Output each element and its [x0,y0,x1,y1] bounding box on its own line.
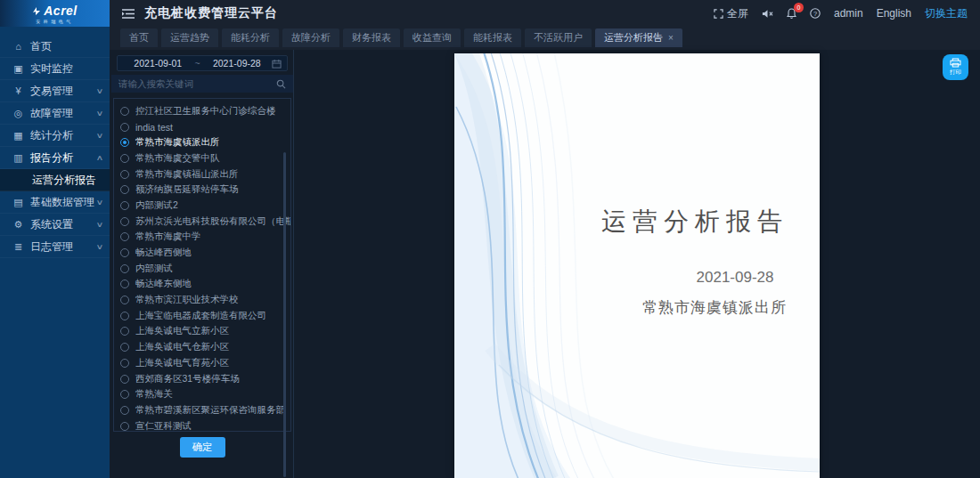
site-label: 畅达峰西侧地 [135,247,192,259]
tab-close-icon[interactable]: × [668,33,674,43]
radio-icon [120,406,129,415]
site-filter-panel: 2021-09-01 ~ 2021-09-28 控江社区卫生服务中心门诊综合楼 [111,50,294,478]
sidebar-item-label: 首页 [30,39,102,54]
site-radio-option[interactable]: 控江社区卫生服务中心门诊综合楼 [120,103,290,119]
radio-icon [120,327,129,336]
sidebar-item[interactable]: ◎ 故障管理 ∨ [0,102,110,125]
site-radio-option[interactable]: 常熟市滨江职业技术学校 [120,292,290,308]
confirm-row: 确定 [111,437,293,458]
site-radio-option[interactable]: 西郊商务区31号楼停车场 [120,371,290,387]
site-radio-option[interactable]: 常熟市海虞交警中队 [120,150,290,166]
tab[interactable]: 不活跃用户 [525,28,592,47]
header: 充电桩收费管理云平台 全屏 0 ? admi [110,0,980,27]
sidebar-item-label: 故障管理 [30,106,97,121]
radio-icon [120,185,129,194]
site-radio-option[interactable]: 上海奂诚电气育苑小区 [120,355,290,371]
notifications-button[interactable]: 0 [787,8,796,19]
site-radio-option[interactable]: 常熟市海虞中学 [120,230,290,246]
tab[interactable]: 财务报表 [343,28,400,47]
sidebar-item[interactable]: ▥ 报告分析 ∧ [0,147,110,169]
radio-icon [120,375,129,384]
tab[interactable]: 能耗报表 [464,28,521,47]
site-radio-option[interactable]: 内部测试2 [120,198,290,214]
tab[interactable]: 运营趋势 [161,28,218,47]
sidebar-item[interactable]: ⌂ 首页 [0,36,110,58]
site-label: 苏州京浜光电科技股份有限公司（电瓶车） [135,215,291,228]
site-label: 畅达峰东侧地 [135,278,192,290]
mute-icon[interactable] [762,9,773,19]
site-radio-option[interactable]: 常熟海关 [120,386,290,402]
site-radio-option[interactable]: 常熟市碧溪新区聚运环保咨询服务部 [120,402,290,418]
collapse-menu-icon[interactable] [122,9,135,19]
search-icon[interactable] [276,79,286,89]
sidebar-item[interactable]: ⚙ 系统设置 ∨ [0,214,110,236]
sidebar-item[interactable]: ▣ 实时监控 [0,58,110,80]
radio-icon [120,154,129,163]
help-icon: ? [810,8,821,19]
site-label: 常熟市滨江职业技术学校 [135,294,239,306]
site-label: 额济纳旗居延驿站停车场 [135,183,239,196]
header-actions: 全屏 0 ? admin English 切换主题 [714,6,968,21]
radio-icon [120,390,129,399]
svg-text:?: ? [813,10,817,18]
sidebar-item[interactable]: ▤ 基础数据管理 ∨ [0,191,110,214]
site-label: 常熟市海虞交警中队 [135,152,220,165]
theme-switch-link[interactable]: 切换主题 [925,6,968,21]
site-radio-option[interactable]: 内部测试 [120,261,290,277]
site-radio-option[interactable]: 上海奂诚电气立新小区 [120,324,290,340]
site-radio-option[interactable]: 常熟市海虞镇派出所 [120,134,290,150]
site-radio-option[interactable]: india test [120,119,290,135]
radio-icon [120,343,129,352]
search-input[interactable] [118,78,276,89]
site-radio-option[interactable]: 上海宝临电器成套制造有限公司 [120,308,290,324]
site-radio-option[interactable]: 常熟市海虞镇福山派出所 [120,166,290,182]
site-radio-option[interactable]: 上海奂诚电气仓新小区 [120,339,290,355]
chevron-icon: ∨ [96,109,104,117]
sidebar-item-operation-analysis-report[interactable]: 运营分析报告 [0,169,110,191]
report-date: 2021-09-28 [697,269,774,287]
chevron-icon: ∨ [96,221,104,229]
print-button[interactable]: 打印 [943,54,968,80]
sidebar-menu: ⌂ 首页 ▣ 实时监控 ¥ 交易管理 ∨ ◎ [0,36,110,258]
sidebar-item-icon: ⌂ [12,41,25,52]
report-title: 运营分析报告 [601,205,788,239]
acrel-logo-text: Acrel [32,4,78,18]
report-site-name: 常熟市海虞镇派出所 [642,297,787,318]
tab[interactable]: 故障分析 [282,28,339,47]
site-radio-option[interactable]: 畅达峰东侧地 [120,277,290,293]
sidebar-item-icon: ▣ [12,63,25,75]
tab[interactable]: 收益查询 [404,28,461,47]
sidebar-item[interactable]: ¥ 交易管理 ∨ [0,80,110,102]
confirm-button[interactable]: 确定 [180,437,225,458]
tab[interactable]: 首页 [120,28,158,47]
notification-badge: 0 [794,3,804,12]
tab[interactable]: 运营分析报告 × [595,28,682,47]
site-radio-option[interactable]: 苏州京浜光电科技股份有限公司（电瓶车） [120,214,290,230]
site-label: 常熟海关 [135,388,173,401]
tab-label: 运营分析报告 [604,31,663,45]
site-label: 常熟市碧溪新区聚运环保咨询服务部 [135,404,285,417]
site-radio-option[interactable]: 宣仁亚科测试 [120,418,290,432]
tab[interactable]: 能耗分析 [222,28,279,47]
radio-icon [120,232,129,241]
site-label: india test [135,122,173,133]
radio-icon [120,107,129,116]
radio-icon [120,138,129,147]
date-start-value[interactable]: 2021-09-01 [123,58,192,69]
radio-icon [120,123,129,132]
acrel-logo-mark [32,6,41,15]
sidebar-item[interactable]: ▦ 统计分析 ∨ [0,125,110,147]
site-radio-option[interactable]: 额济纳旗居延驿站停车场 [120,182,290,198]
user-menu[interactable]: admin [834,7,863,20]
date-range-picker[interactable]: 2021-09-01 ~ 2021-09-28 [117,55,288,71]
chevron-icon: ∨ [96,87,104,95]
date-end-value[interactable]: 2021-09-28 [202,58,272,69]
list-scrollbar[interactable] [283,152,286,477]
radio-icon [120,170,129,179]
fullscreen-button[interactable]: 全屏 [714,6,748,21]
language-switch[interactable]: English [877,7,911,20]
sidebar-item-icon: ▤ [12,197,25,208]
sidebar-item[interactable]: ≣ 日志管理 ∨ [0,236,110,258]
help-button[interactable]: ? [810,8,821,19]
site-radio-option[interactable]: 畅达峰西侧地 [120,245,290,261]
